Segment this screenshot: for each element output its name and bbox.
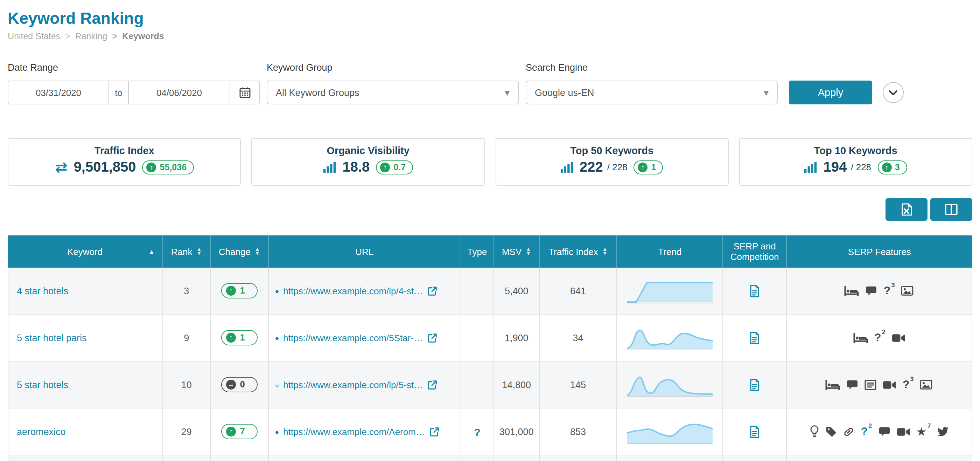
column-header-rank[interactable]: Rank	[163, 235, 211, 268]
metric-card-traffic-index: Traffic Index ⇄ 9,501,850 ↑55,036	[8, 138, 241, 186]
hotel-pack-icon	[853, 332, 868, 343]
url-status-dot: ○	[275, 381, 279, 389]
serp-document-icon[interactable]	[749, 284, 760, 297]
serp-document-icon[interactable]	[749, 331, 760, 345]
external-link-icon[interactable]	[429, 426, 440, 437]
serp-document-icon[interactable]	[749, 425, 760, 438]
column-header-traffic-index[interactable]: Traffic Index	[540, 235, 617, 268]
type-cell: ?	[461, 408, 494, 455]
external-link-icon[interactable]	[427, 332, 438, 343]
date-range-control: to	[8, 81, 260, 104]
rank-cell: 3	[163, 268, 211, 314]
keyword-link[interactable]: 5 star hotel paris	[17, 332, 87, 343]
sort-icon	[602, 247, 608, 256]
expand-filters-button[interactable]	[883, 82, 904, 103]
metric-value: 194	[824, 159, 847, 175]
metric-delta-value: 0.7	[393, 162, 406, 172]
trend-sparkline	[626, 278, 714, 304]
serp-features-cell: ?2	[787, 314, 972, 361]
metric-delta-badge: ↑3	[877, 160, 907, 174]
calendar-icon	[239, 87, 250, 98]
metric-delta-value: 3	[895, 162, 900, 172]
sort-icon	[526, 247, 531, 256]
column-header-keyword[interactable]: Keyword	[8, 235, 163, 268]
serp-document-icon[interactable]	[749, 378, 760, 391]
excel-export-button[interactable]	[886, 198, 928, 221]
trend-sparkline	[626, 418, 714, 445]
keyword-group-select[interactable]: All Keyword Groups	[267, 81, 519, 104]
column-header-msv[interactable]: MSV	[494, 235, 540, 268]
serp-features-cell: ?3	[787, 362, 972, 408]
msv-cell: 1,900	[494, 314, 540, 361]
arrow-up-circle-icon: ↑	[881, 162, 891, 172]
column-header-serp-competition: SERP and Competition	[724, 235, 787, 268]
breadcrumb-item-country[interactable]: United States	[8, 32, 60, 41]
traffic-index-cell: 853	[540, 408, 617, 455]
msv-cell: 5,400	[494, 268, 540, 314]
trend-sparkline	[626, 324, 714, 351]
change-badge: →0	[221, 377, 258, 392]
trend-cell	[617, 408, 724, 455]
excel-export-icon	[901, 203, 912, 216]
news-icon	[865, 380, 877, 390]
questions-icon: ?2	[874, 332, 886, 343]
calendar-button[interactable]	[230, 81, 260, 104]
hotel-pack-icon	[845, 286, 859, 296]
toggle-columns-icon	[945, 204, 958, 215]
metric-total: / 228	[607, 162, 628, 172]
reviews-icon	[865, 286, 877, 296]
serp-features-cell: ?2 ★7	[787, 408, 972, 455]
toggle-columns-button[interactable]	[930, 198, 972, 221]
filters-bar: Date Range Keyword Group Search Engine t…	[0, 62, 980, 107]
metric-title: Top 10 Keywords	[740, 145, 972, 156]
trend-cell	[617, 362, 724, 408]
rating-star-icon: ★7	[916, 426, 931, 437]
image-pack-icon	[901, 286, 914, 296]
breadcrumb: United StatesRankingKeywords	[8, 32, 972, 41]
page-header: Keyword Ranking United StatesRankingKeyw…	[0, 0, 980, 41]
trend-cell	[617, 314, 724, 361]
keyword-group-label: Keyword Group	[267, 62, 332, 73]
table-row: 5 star hotels 10 →0 ○https://www.example…	[8, 362, 972, 408]
metric-value: 9,501,850	[74, 159, 136, 175]
metric-delta-badge: ↑1	[634, 160, 663, 174]
column-header-change[interactable]: Change	[211, 235, 269, 268]
video-icon	[896, 427, 910, 436]
msv-cell: 301,000	[494, 408, 540, 455]
metric-title: Traffic Index	[8, 145, 240, 156]
change-badge: ↑1	[221, 330, 258, 345]
keyword-link[interactable]: 4 star hotels	[17, 286, 68, 296]
date-from-input[interactable]	[8, 81, 109, 104]
page: Keyword Ranking United StatesRankingKeyw…	[0, 0, 980, 461]
url-link[interactable]: https://www.example.com/5Star-…	[283, 332, 423, 343]
metric-card-organic-visibility: Organic Visibility 18.8 ↑0.7	[251, 138, 485, 186]
keyword-link[interactable]: 5 star hotels	[17, 380, 68, 390]
questions-icon: ?2	[861, 426, 872, 437]
metric-total: / 228	[851, 162, 871, 172]
sort-icon	[197, 247, 202, 256]
arrow-right-circle-icon: →	[226, 380, 236, 389]
image-pack-icon	[920, 380, 933, 389]
table-row: 4 star hotels 3 ↑1 ●https://www.example.…	[8, 268, 972, 314]
metric-delta-value: 55,036	[160, 162, 186, 172]
url-status-dot: ●	[275, 334, 279, 341]
table-toolbar	[0, 198, 972, 221]
apply-button[interactable]: Apply	[789, 81, 872, 104]
bar-chart-icon	[805, 161, 817, 173]
external-link-icon[interactable]	[427, 380, 438, 390]
chevron-down-icon	[505, 87, 510, 98]
external-link-icon[interactable]	[427, 286, 438, 296]
url-link[interactable]: https://www.example.com/Aerom…	[283, 426, 425, 437]
breadcrumb-item-ranking[interactable]: Ranking	[60, 32, 107, 41]
search-engine-select[interactable]: Google us-EN	[526, 81, 778, 104]
links-icon	[843, 426, 855, 437]
url-link[interactable]: https://www.example.com/lp/4-st…	[283, 286, 423, 296]
tag-icon	[825, 426, 837, 437]
date-to-input[interactable]	[129, 81, 230, 104]
column-header-url: URL	[269, 235, 461, 268]
metric-delta-badge: ↑0.7	[376, 160, 413, 174]
rank-cell: 10	[163, 362, 211, 408]
traffic-index-cell: 145	[540, 362, 617, 408]
keyword-link[interactable]: aeromexico	[17, 426, 66, 437]
url-link[interactable]: https://www.example.com/lp/5-st…	[283, 380, 423, 390]
